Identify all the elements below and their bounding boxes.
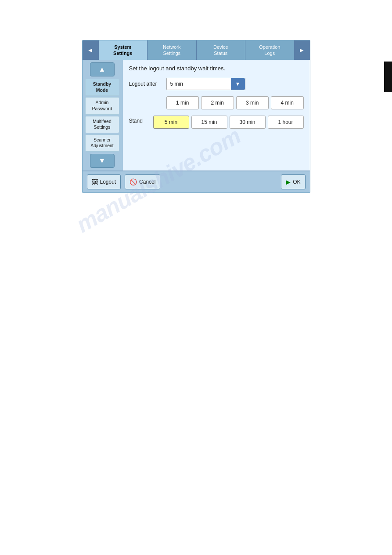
tab-bar: ◄ System Settings Network Settings Devic… [83, 40, 310, 60]
sidebar-up-button[interactable]: ▲ [90, 62, 115, 76]
logout-2min-button[interactable]: 2 min [201, 96, 234, 109]
dropdown-arrow-icon: ▼ [231, 78, 245, 90]
bottom-bar: 🖼 Logout 🚫 Cancel ▶ OK [83, 170, 310, 192]
sidebar-item-scanner-adjustment[interactable]: Scanner Adjustment [85, 134, 119, 152]
tab-network-settings[interactable]: Network Settings [147, 40, 196, 60]
tab-prev-button[interactable]: ◄ [83, 40, 98, 60]
logout-time-buttons: 1 min 2 min 3 min 4 min [166, 96, 304, 109]
sidebar-item-standby-mode[interactable]: Standby Mode [85, 79, 119, 96]
standby-5min-button[interactable]: 5 min [153, 116, 189, 129]
sidebar-item-multifeed-settings[interactable]: Multifeed Settings [85, 116, 119, 133]
logout-4min-button[interactable]: 4 min [271, 96, 304, 109]
logout-3min-button[interactable]: 3 min [236, 96, 269, 109]
logout-dropdown-value: 5 min [167, 81, 231, 87]
tab-operation-logs[interactable]: Operation Logs [245, 40, 294, 60]
right-bar [384, 62, 392, 92]
standby-time-buttons: 5 min 15 min 30 min 1 hour [153, 116, 304, 129]
sidebar-down-button[interactable]: ▼ [90, 154, 115, 168]
logout-button[interactable]: 🖼 Logout [87, 174, 121, 189]
ok-button[interactable]: ▶ OK [281, 174, 305, 189]
logout-1min-button[interactable]: 1 min [166, 96, 199, 109]
logout-dropdown[interactable]: 5 min ▼ [166, 78, 245, 90]
instruction-text: Set the logout and standby wait times. [129, 65, 304, 72]
logout-button-label: Logout [100, 179, 116, 185]
logout-label: Logout after [129, 81, 166, 87]
standby-1hour-button[interactable]: 1 hour [268, 116, 304, 129]
ok-button-label: OK [293, 179, 300, 185]
standby-30min-button[interactable]: 30 min [230, 116, 266, 129]
main-area: ▲ Standby Mode Admin Password Multifeed … [83, 60, 310, 170]
device-ui: ◄ System Settings Network Settings Devic… [82, 40, 310, 193]
tab-next-button[interactable]: ► [294, 40, 310, 60]
cancel-button-label: Cancel [139, 179, 155, 185]
standby-buttons: 5 min 15 min 30 min 1 hour [153, 116, 304, 131]
tab-system-settings[interactable]: System Settings [98, 40, 147, 60]
logout-icon: 🖼 [92, 178, 98, 185]
cancel-icon: 🚫 [129, 178, 137, 185]
top-rule [25, 31, 367, 31]
standby-section: Stand 5 min 15 min 30 min 1 hour [129, 116, 304, 131]
content-panel: Set the logout and standby wait times. L… [122, 60, 310, 170]
logout-row: Logout after 5 min ▼ [129, 78, 304, 90]
standby-label: Stand [129, 116, 153, 124]
sidebar: ▲ Standby Mode Admin Password Multifeed … [83, 60, 122, 170]
tab-device-status[interactable]: Device Status [196, 40, 245, 60]
ok-icon: ▶ [286, 178, 291, 185]
cancel-button[interactable]: 🚫 Cancel [125, 174, 160, 189]
standby-15min-button[interactable]: 15 min [191, 116, 227, 129]
sidebar-item-admin-password[interactable]: Admin Password [85, 97, 119, 114]
